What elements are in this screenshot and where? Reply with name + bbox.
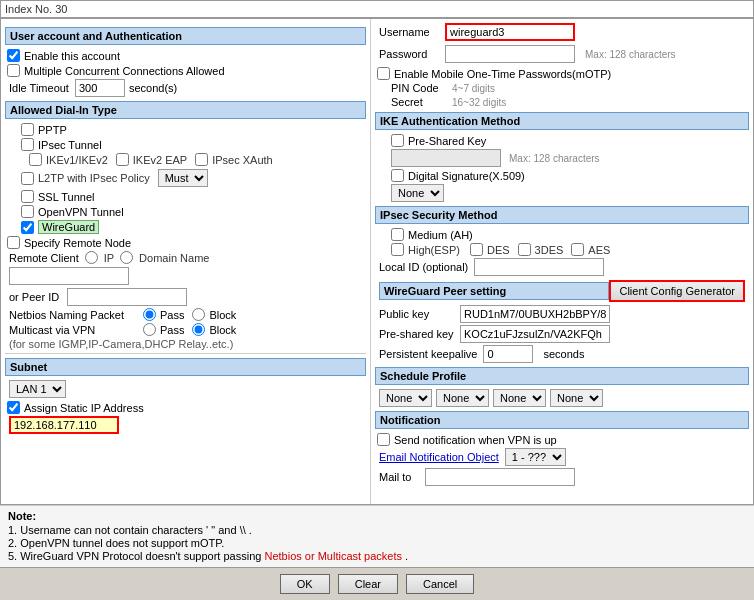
assign-static-row: Assign Static IP Address [5,401,366,414]
password-input[interactable] [445,45,575,63]
aes-checkbox[interactable] [571,243,584,256]
mail-to-row: Mail to [375,468,749,486]
remote-client-label: Remote Client [9,252,79,264]
remote-client-input[interactable] [9,267,129,285]
username-label: Username [379,26,439,38]
cancel-button[interactable]: Cancel [406,574,474,594]
schedule-select-1[interactable]: None [379,389,432,407]
ipsec-tunnel-label: IPsec Tunnel [38,139,102,151]
assign-static-checkbox[interactable] [7,401,20,414]
send-notification-row: Send notification when VPN is up [375,433,749,446]
client-config-button[interactable]: Client Config Generator [609,280,745,302]
ike-pre-shared-input[interactable] [391,149,501,167]
multicast-pass-radio[interactable] [143,323,156,336]
3des-checkbox[interactable] [518,243,531,256]
pre-shared-key-checkbox[interactable] [391,134,404,147]
public-key-row: Public key RUD1nM7/0UBUXH2bBPY/83 [375,305,749,323]
dial-in-header: Allowed Dial-In Type [5,101,366,119]
ikev1-checkbox[interactable] [29,153,42,166]
email-notification-label: Email Notification Object [379,451,499,463]
send-notification-checkbox[interactable] [377,433,390,446]
multicast-block-radio[interactable] [192,323,205,336]
l2tp-checkbox[interactable] [21,172,34,185]
wireguard-checkbox[interactable] [21,221,34,234]
right-panel: Username wireguard3 Password Max: 128 ch… [371,19,753,504]
multicast-label: Multicast via VPN [9,324,139,336]
remote-client-ip-label: IP [104,252,114,264]
secret-row: Secret 16~32 digits [375,96,749,108]
assign-static-label: Assign Static IP Address [24,402,144,414]
des-checkbox[interactable] [470,243,483,256]
ipsec-tunnel-row: IPsec Tunnel [5,138,366,151]
l2tp-select[interactable]: Must [158,169,208,187]
netbios-label: Netbios Naming Packet [9,309,139,321]
netbios-pass-radio[interactable] [143,308,156,321]
ipsec-xauth-checkbox[interactable] [195,153,208,166]
local-id-input[interactable] [474,258,604,276]
idle-timeout-unit: second(s) [129,82,177,94]
high-esp-checkbox[interactable] [391,243,404,256]
remote-client-ip-radio[interactable] [85,251,98,264]
medium-ah-checkbox[interactable] [391,228,404,241]
pin-code-hint: 4~7 digits [452,83,495,94]
multiple-connections-checkbox[interactable] [7,64,20,77]
remote-client-domain-radio[interactable] [120,251,133,264]
des-label: DES [487,244,510,256]
ipsec-security-header: IPsec Security Method [375,206,749,224]
pptp-checkbox[interactable] [21,123,34,136]
igmp-note: (for some IGMP,IP-Camera,DHCP Relay..etc… [9,338,233,350]
openvpn-checkbox[interactable] [21,205,34,218]
note-1: 1. Username can not contain characters '… [8,524,746,536]
username-input[interactable]: wireguard3 [445,23,575,41]
button-bar: OK Clear Cancel [0,567,754,600]
mobile-otp-label: Enable Mobile One-Time Passwords(mOTP) [394,68,611,80]
ike-auth-header: IKE Authentication Method [375,112,749,130]
password-label: Password [379,48,439,60]
password-row: Password Max: 128 characters [375,45,749,63]
subnet-select-row: LAN 1 [5,380,366,398]
remote-client-row: Remote Client IP Domain Name [5,251,366,264]
public-key-input[interactable]: RUD1nM7/0UBUXH2bBPY/83 [460,305,610,323]
pre-shared-key-label: Pre-Shared Key [408,135,486,147]
persistent-ka-input[interactable]: 0 [483,345,533,363]
schedule-select-3[interactable]: None [493,389,546,407]
persistent-ka-row: Persistent keepalive 0 seconds [375,345,749,363]
ok-button[interactable]: OK [280,574,330,594]
digital-sig-select[interactable]: None [391,184,444,202]
3des-label: 3DES [535,244,564,256]
note-3-text: 5. WireGuard VPN Protocol doesn't suppor… [8,550,261,562]
ipsec-tunnel-checkbox[interactable] [21,138,34,151]
subnet-select[interactable]: LAN 1 [9,380,66,398]
specify-remote-checkbox[interactable] [7,236,20,249]
idle-timeout-input[interactable]: 300 [75,79,125,97]
static-ip-input[interactable]: 192.168.177.110 [9,416,119,434]
multicast-pass-label: Pass [160,324,184,336]
mobile-otp-checkbox[interactable] [377,67,390,80]
ssl-tunnel-checkbox[interactable] [21,190,34,203]
pre-shared-key-wg-input[interactable]: KOCz1uFJzsulZn/VA2KFQh [460,325,610,343]
netbios-block-label: Block [209,309,236,321]
netbios-block-radio[interactable] [192,308,205,321]
ipsec-xauth-label: IPsec XAuth [212,154,273,166]
peer-id-input[interactable] [67,288,187,306]
digital-sig-checkbox[interactable] [391,169,404,182]
email-notification-select[interactable]: 1 - ??? [505,448,566,466]
ikev2eap-checkbox[interactable] [116,153,129,166]
multiple-connections-row: Multiple Concurrent Connections Allowed [5,64,366,77]
schedule-select-4[interactable]: None [550,389,603,407]
wg-peer-header-row: WireGuard Peer setting Client Config Gen… [375,280,749,302]
mail-to-input[interactable] [425,468,575,486]
mobile-otp-row: Enable Mobile One-Time Passwords(mOTP) [375,67,749,80]
persistent-ka-unit: seconds [543,348,584,360]
ikev-row: IKEv1/IKEv2 IKEv2 EAP IPsec XAuth [5,153,366,166]
enable-account-label: Enable this account [24,50,120,62]
send-notification-label: Send notification when VPN is up [394,434,557,446]
enable-account-checkbox[interactable] [7,49,20,62]
medium-ah-label: Medium (AH) [408,229,473,241]
public-key-label: Public key [379,308,454,320]
multicast-block-label: Block [209,324,236,336]
secret-hint: 16~32 digits [452,97,506,108]
schedule-select-2[interactable]: None [436,389,489,407]
pre-shared-key-wg-label: Pre-shared key [379,328,454,340]
clear-button[interactable]: Clear [338,574,398,594]
